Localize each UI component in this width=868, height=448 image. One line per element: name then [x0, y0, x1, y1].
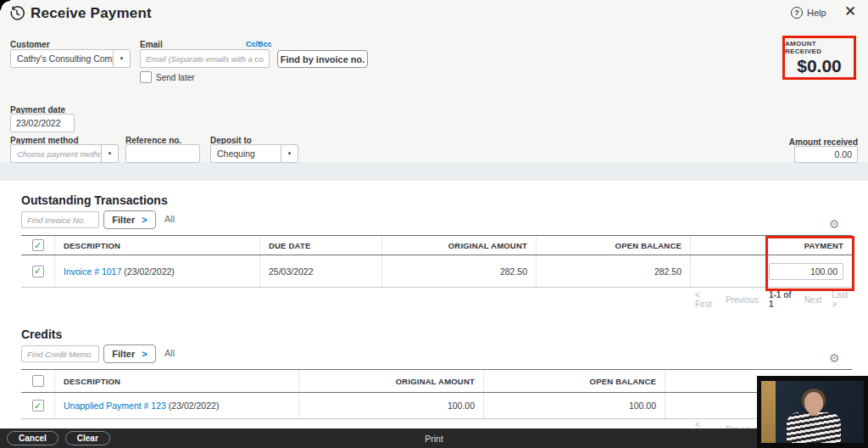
print-button[interactable]: Print: [0, 434, 868, 444]
payment-method-placeholder: Choose payment method: [11, 145, 101, 162]
table-row: ✓ Unapplied Payment # 123 (23/02/2022) 1…: [21, 393, 852, 418]
open-balance-cell: 100.00: [484, 393, 665, 418]
col-original-amount: ORIGINAL AMOUNT: [299, 370, 484, 392]
find-credit-memo-input[interactable]: [21, 345, 99, 362]
col-open-balance: OPEN BALANCE: [537, 236, 691, 255]
deposit-to-select[interactable]: Chequing ▼: [210, 144, 298, 163]
chevron-right-icon: >: [142, 215, 147, 225]
reference-no-input[interactable]: [125, 144, 200, 163]
credits-all-label: All: [164, 348, 175, 358]
invoice-link[interactable]: Invoice # 1017: [64, 266, 121, 277]
check-icon: ✓: [34, 266, 42, 277]
payment-date-input[interactable]: [10, 114, 75, 132]
customer-value: Cathy's Consulting Company: [11, 50, 113, 67]
footer-bar: Cancel Clear Print: [0, 428, 868, 448]
payment-amount-input[interactable]: [769, 263, 843, 280]
chevron-right-icon: >: [142, 349, 147, 359]
outstanding-pagination: < First Previous 1-1 of 1 Next Last >: [695, 290, 852, 309]
amount-received-box-value: $0.00: [797, 56, 842, 76]
table-row: ✓ Invoice # 1017 (23/02/2022) 25/03/2022…: [21, 255, 852, 287]
credit-date-suffix: (23/02/2022): [169, 400, 220, 411]
col-original-amount: ORIGINAL AMOUNT: [382, 236, 537, 255]
help-button[interactable]: ? Help: [791, 7, 826, 19]
outstanding-header-row: ✓ DESCRIPTION DUE DATE ORIGINAL AMOUNT O…: [21, 236, 852, 255]
webcam-video: [761, 381, 864, 443]
recent-transactions-icon[interactable]: [9, 6, 25, 21]
col-description: DESCRIPTION: [55, 236, 260, 255]
amount-received-box: AMOUNT RECEIVED $0.00: [782, 36, 856, 80]
outstanding-title: Outstanding Transactions: [21, 193, 168, 207]
original-amount-cell: 282.50: [382, 255, 537, 287]
pagination-last[interactable]: Last >: [832, 290, 852, 309]
find-by-invoice-button[interactable]: Find by invoice no.: [277, 50, 368, 68]
amount-received-input[interactable]: [794, 146, 858, 163]
due-date-cell: 25/03/2022: [260, 255, 382, 287]
outstanding-filter-button[interactable]: Filter >: [103, 210, 156, 229]
amount-received-box-label: AMOUNT RECEIVED: [785, 40, 854, 55]
gear-icon[interactable]: ⚙: [829, 351, 840, 365]
filter-label: Filter: [112, 215, 135, 225]
outstanding-table: ✓ DESCRIPTION DUE DATE ORIGINAL AMOUNT O…: [21, 235, 852, 288]
check-icon: ✓: [34, 400, 42, 412]
webcam-overlay: [757, 376, 868, 448]
help-icon: ?: [791, 7, 803, 19]
pagination-next[interactable]: Next: [804, 295, 822, 305]
page-title: Receive Payment: [31, 5, 152, 22]
invoice-date-suffix: (23/02/2022): [124, 266, 175, 277]
credits-title: Credits: [21, 328, 62, 341]
webcam-person-body: [787, 412, 841, 443]
row-checkbox[interactable]: ✓: [32, 266, 44, 277]
col-payment: PAYMENT: [691, 236, 852, 255]
col-description: DESCRIPTION: [55, 370, 299, 392]
chevron-down-icon[interactable]: ▼: [281, 145, 298, 162]
customer-label: Customer: [10, 40, 50, 49]
help-label: Help: [807, 8, 826, 18]
check-icon: ✓: [34, 240, 42, 251]
original-amount-cell: 100.00: [299, 393, 484, 418]
deposit-to-value: Chequing: [211, 145, 281, 162]
chevron-down-icon[interactable]: ▼: [113, 50, 130, 67]
close-icon[interactable]: ✕: [844, 3, 856, 20]
cc-bcc-link[interactable]: Cc/Bcc: [246, 40, 272, 48]
select-all-checkbox[interactable]: [32, 375, 44, 387]
col-open-balance: OPEN BALANCE: [484, 370, 665, 392]
col-due-date: DUE DATE: [260, 236, 382, 255]
open-balance-cell: 282.50: [537, 255, 691, 287]
filter-label: Filter: [112, 349, 135, 359]
pagination-previous[interactable]: Previous: [726, 295, 759, 305]
section-divider: [0, 162, 868, 181]
credits-table: DESCRIPTION ORIGINAL AMOUNT OPEN BALANCE…: [21, 369, 852, 419]
email-input[interactable]: [140, 49, 270, 68]
select-all-checkbox[interactable]: ✓: [32, 239, 44, 251]
credits-header-row: DESCRIPTION ORIGINAL AMOUNT OPEN BALANCE…: [21, 370, 852, 393]
outstanding-all-label: All: [164, 214, 175, 224]
screen-corner: [0, 0, 10, 10]
send-later-label: Send later: [156, 73, 195, 82]
payment-method-select[interactable]: Choose payment method ▼: [10, 144, 119, 163]
receive-payment-page: Receive Payment ? Help ✕ Customer Cathy'…: [0, 0, 868, 448]
pagination-first[interactable]: < First: [695, 290, 715, 309]
email-label: Email: [140, 40, 163, 49]
chevron-down-icon[interactable]: ▼: [101, 145, 118, 162]
credits-filter-button[interactable]: Filter >: [103, 344, 156, 363]
customer-select[interactable]: Cathy's Consulting Company ▼: [10, 49, 131, 68]
row-checkbox[interactable]: ✓: [32, 400, 44, 412]
webcam-person-face: [804, 392, 823, 414]
send-later-checkbox[interactable]: [140, 71, 152, 83]
pagination-range: 1-1 of 1: [769, 290, 794, 309]
unapplied-payment-link[interactable]: Unapplied Payment # 123: [64, 400, 166, 411]
find-invoice-input[interactable]: [21, 211, 99, 228]
gear-icon[interactable]: ⚙: [829, 217, 840, 231]
webcam-background-wall: [761, 381, 776, 443]
